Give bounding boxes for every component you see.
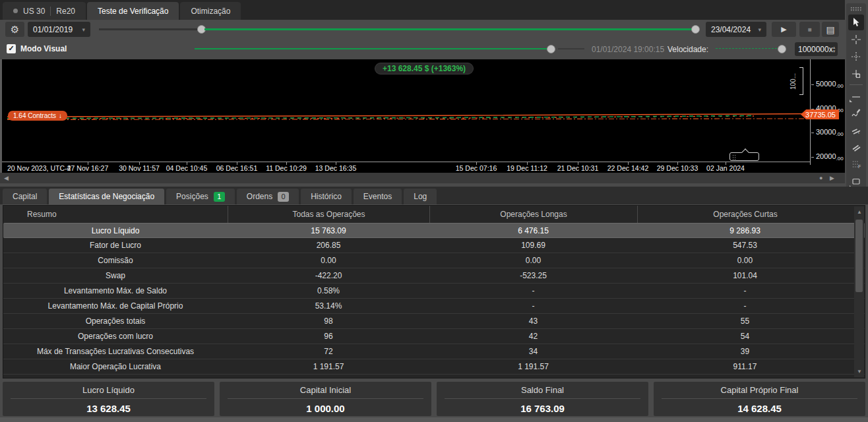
card-value: 16 763.09 bbox=[437, 399, 648, 414]
profit-annotation: +13 628.45 $ (+1363%) bbox=[375, 63, 474, 75]
row-label: Comissão bbox=[3, 253, 228, 268]
visual-mode-checkbox[interactable]: ✓ Modo Visual bbox=[7, 44, 67, 53]
tick-mark bbox=[139, 162, 140, 165]
time-axis-tick: 04 Dec 10:45 bbox=[166, 164, 207, 172]
journal-icon: ▤ bbox=[826, 24, 834, 35]
row-label: Operações com lucro bbox=[3, 329, 228, 344]
channel-tool[interactable]: t bbox=[848, 122, 864, 138]
time-axis-tick: 20 Nov 2023, UTC-4 bbox=[7, 164, 71, 172]
drag-handle-icon[interactable] bbox=[850, 7, 862, 12]
scroll-left-icon[interactable]: ◀ bbox=[4, 175, 9, 181]
time-axis-tick: 06 Dec 16:51 bbox=[216, 164, 257, 172]
spin-down-icon[interactable]: ▾ bbox=[833, 49, 836, 53]
symbol-name: US 30 bbox=[23, 7, 45, 16]
row-value: 0.00 bbox=[429, 253, 637, 268]
row-value: - bbox=[429, 299, 637, 313]
panel-tab-posi-es[interactable]: Posições1 bbox=[166, 189, 235, 204]
contracts-text: 1.64 Contracts bbox=[13, 112, 56, 119]
panel-tab-capital[interactable]: Capital bbox=[3, 189, 47, 204]
scroll-down-icon[interactable]: ▼ bbox=[857, 369, 862, 375]
tick-mark bbox=[336, 162, 336, 165]
panel-tab-ordens[interactable]: Ordens0 bbox=[237, 189, 299, 204]
row-value: 101.04 bbox=[637, 268, 853, 283]
stats-row-m-x-de-transa-es-lucrativas-consecutivas[interactable]: Máx de Transações Lucrativas Consecutiva… bbox=[3, 344, 865, 359]
time-axis-tick: 29 Dec 10:33 bbox=[657, 164, 698, 172]
progress-thumb[interactable] bbox=[547, 45, 555, 53]
range-track-before bbox=[99, 28, 201, 30]
table-body: Lucro Líquido15 763.096 476.159 286.93Fa… bbox=[3, 223, 865, 375]
stop-button[interactable]: ■ bbox=[799, 22, 820, 37]
column-header-resumo: Resumo bbox=[3, 206, 228, 223]
settings-button[interactable]: ⚙ bbox=[5, 22, 24, 37]
channel-icon: t bbox=[851, 125, 861, 135]
trendline-tool[interactable] bbox=[848, 88, 864, 104]
count-badge: 0 bbox=[278, 192, 289, 202]
row-value: 72 bbox=[228, 344, 429, 359]
chevron-down-icon: ▾ bbox=[758, 26, 761, 33]
range-end-thumb[interactable] bbox=[691, 25, 700, 34]
journal-button[interactable]: ▤ bbox=[822, 22, 839, 37]
speed-track bbox=[716, 48, 780, 49]
scroll-up-icon[interactable]: ▲ bbox=[857, 209, 862, 215]
speed-value: 1000000x bbox=[798, 45, 833, 54]
progress-track bbox=[195, 48, 549, 49]
tick-mark bbox=[286, 162, 287, 165]
crosshair-sync-tool[interactable] bbox=[848, 49, 864, 65]
scroll-right-icon[interactable]: ▶ bbox=[830, 175, 834, 181]
tab-verification-test[interactable]: Teste de Verificação bbox=[87, 2, 179, 20]
stats-row-comiss-o[interactable]: Comissão0.000.000.00 bbox=[3, 253, 865, 268]
table-scroll-thumb[interactable] bbox=[855, 220, 863, 292]
panel-tab-hist-rico[interactable]: Histórico bbox=[301, 189, 352, 204]
row-label: Levantamento Máx. de Capital Próprio bbox=[3, 299, 228, 313]
row-value: 55 bbox=[637, 314, 853, 328]
window-resize-bar bbox=[0, 417, 868, 422]
scroll-thumb-icon[interactable]: ● bbox=[819, 175, 822, 181]
panel-tab-log[interactable]: Log bbox=[404, 189, 437, 204]
stats-row-levantamento-m-x-de-saldo[interactable]: Levantamento Máx. de Saldo0.58%-- bbox=[3, 284, 865, 299]
tick-mark bbox=[726, 162, 726, 165]
row-value: 0.00 bbox=[637, 253, 853, 268]
time-axis-tick: 13 Dec 16:35 bbox=[315, 164, 356, 172]
speed-thumb[interactable] bbox=[778, 45, 786, 53]
time-axis-tick: 02 Jan 2024 bbox=[706, 164, 745, 172]
stats-row-levantamento-m-x-de-capital-pr-prio[interactable]: Levantamento Máx. de Capital Próprio53.1… bbox=[3, 299, 865, 314]
fibonacci-tool[interactable]: F bbox=[848, 156, 864, 172]
panel-tab-eventos[interactable]: Eventos bbox=[354, 189, 402, 204]
stats-row-opera-es-com-lucro[interactable]: Operações com lucro964254 bbox=[3, 329, 865, 344]
stats-row-fator-de-lucro[interactable]: Fator de Lucro206.85109.69547.53 bbox=[3, 238, 865, 253]
drawing-toolbar: t F bbox=[846, 3, 866, 193]
speed-value-spinner[interactable]: 1000000x ▴ ▾ bbox=[795, 42, 838, 56]
toolbar-divider bbox=[850, 84, 863, 85]
tick-mark bbox=[527, 162, 528, 165]
parallel-lines-icon bbox=[851, 142, 861, 152]
table-scrollbar[interactable]: ▲ ▼ bbox=[854, 206, 864, 377]
row-value: 1 191.57 bbox=[228, 359, 429, 374]
summary-card-capital-pr-prio-final: Capital Próprio Final14 628.45 bbox=[654, 382, 865, 416]
start-date-select[interactable]: 01/01/2019 ▾ bbox=[28, 22, 90, 37]
parallel-lines-tool[interactable] bbox=[848, 139, 864, 155]
price-chart[interactable]: +13 628.45 $ (+1363%) 1.64 Contracts ↓ 1… bbox=[0, 59, 845, 173]
tab-optimization[interactable]: Otimização bbox=[180, 2, 241, 20]
time-axis-tick: 11 Dec 10:29 bbox=[266, 164, 307, 172]
row-value: - bbox=[429, 284, 637, 298]
end-date-select[interactable]: 23/04/2024 ▾ bbox=[706, 22, 766, 37]
stats-row-swap[interactable]: Swap-422.20-523.25101.04 bbox=[3, 268, 865, 284]
stats-row-lucro-l-quido[interactable]: Lucro Líquido15 763.096 476.159 286.93 bbox=[3, 223, 865, 238]
stats-row-maior-opera-o-lucrativa[interactable]: Maior Operação Lucrativa1 191.571 191.57… bbox=[3, 359, 865, 375]
chart-scrollbar[interactable]: ◀ ● ▶ bbox=[0, 173, 845, 183]
row-value: 39 bbox=[637, 344, 853, 359]
tab-symbol[interactable]: US 30 Re20 bbox=[3, 2, 86, 20]
column-header-opera-es-longas: Operações Longas bbox=[429, 206, 637, 223]
target-tool[interactable] bbox=[848, 66, 864, 82]
crosshair-tool[interactable] bbox=[848, 32, 864, 47]
freehand-draw-tool[interactable] bbox=[848, 105, 864, 121]
time-axis-marker[interactable] bbox=[729, 152, 759, 161]
stats-row-opera-es-totais[interactable]: Operações totais984355 bbox=[3, 314, 865, 329]
play-button[interactable]: ▶ bbox=[772, 22, 796, 37]
time-axis[interactable]: 20 Nov 2023, UTC-427 Nov 16:2730 Nov 11:… bbox=[2, 162, 810, 173]
cursor-icon bbox=[851, 17, 861, 28]
cursor-tool[interactable] bbox=[848, 15, 864, 30]
panel-tab-estat-sticas-de-negocia-o[interactable]: Estatísticas de Negociação bbox=[49, 189, 164, 204]
down-arrow-icon: ↓ bbox=[59, 112, 62, 119]
row-value: 9 286.93 bbox=[637, 224, 853, 238]
